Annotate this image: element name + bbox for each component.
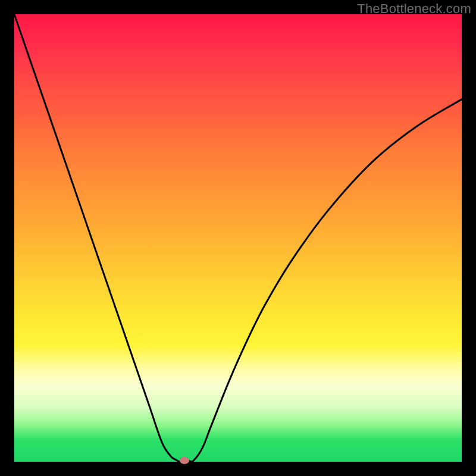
chart-plot-area [14,14,462,462]
watermark-label: TheBottleneck.com [357,1,471,17]
optimal-point-marker [180,457,189,464]
bottleneck-curve-svg [14,14,462,462]
bottleneck-curve-path [14,14,462,462]
